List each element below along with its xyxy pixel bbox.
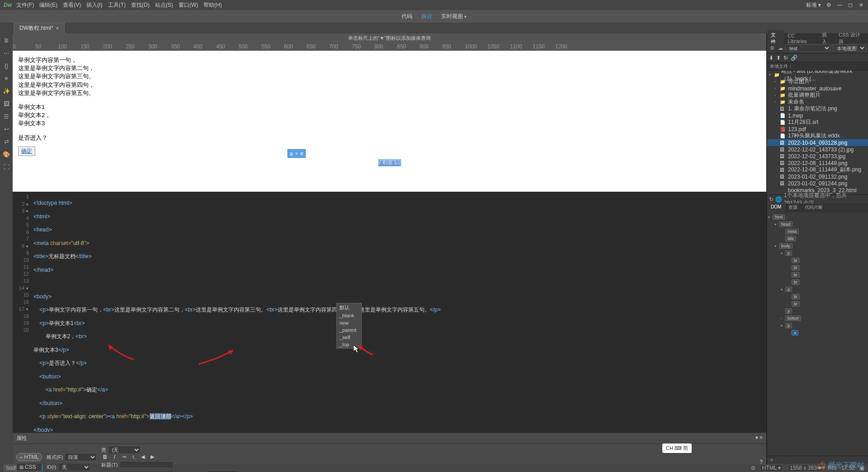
tool-wrap-icon[interactable]: ↩ [3, 126, 10, 133]
dom-tree-row[interactable]: meta [768, 228, 867, 235]
view-code[interactable]: 代码 [401, 13, 412, 20]
ol-button[interactable]: ⒈ [130, 454, 137, 461]
bold-button[interactable]: B [101, 454, 108, 461]
dom-tree-row[interactable]: ▾p [768, 250, 867, 257]
code-content[interactable]: <!doctype html> <html> <head> <meta char… [32, 192, 766, 432]
file-tab[interactable]: DW教程.html* × [14, 23, 65, 33]
dom-tree-row[interactable]: ▾html [768, 213, 867, 221]
view-live[interactable]: 实时视图 [441, 13, 467, 20]
dom-tree-row[interactable]: br [768, 271, 867, 278]
sync-icon[interactable]: ⚙ [769, 45, 775, 52]
tool-img-icon[interactable]: 🖼 [3, 100, 10, 108]
menu-tools[interactable]: 工具(T) [108, 1, 126, 9]
menu-find[interactable]: 查找(D) [131, 1, 150, 9]
file-tree-row[interactable]: 🖼2022-12-08_111449_副本.png [767, 166, 868, 173]
target-option-self[interactable]: _self [337, 334, 361, 341]
ime-indicator[interactable]: CH ⌨ 简 [662, 444, 692, 453]
file-tree-row[interactable]: ›📁mindmaster_autosave [767, 85, 868, 92]
tool-indent-icon[interactable]: ≡ [3, 75, 10, 82]
globe-icon[interactable]: 🌐 [775, 196, 782, 203]
file-tab-close[interactable]: × [56, 26, 59, 31]
gear-icon[interactable]: ⚙ [826, 2, 832, 8]
preview-button[interactable]: 确定 [18, 146, 35, 156]
format-select[interactable]: 段落 [64, 453, 97, 461]
help-icon[interactable]: ? [760, 459, 763, 465]
back-to-top-link[interactable]: 返回顶部 [379, 160, 401, 166]
file-tree-row[interactable]: 🖼2022-12-08_111449.png [767, 160, 868, 166]
menu-file[interactable]: 文件(F) [16, 1, 34, 9]
dom-tree-row[interactable]: br [768, 293, 867, 300]
tool-swap-icon[interactable]: ⇄ [3, 138, 10, 146]
tool-wand-icon[interactable]: ✨ [3, 88, 10, 95]
view-dropdown[interactable]: 本地视图 [833, 44, 866, 52]
dom-tree-row[interactable]: ▾p [768, 322, 867, 329]
file-tree-row[interactable]: 🖼2023-01-02_091132.png [767, 173, 868, 180]
html-mode-button[interactable]: ‹› HTML [16, 453, 42, 461]
site-dropdown[interactable]: test [785, 44, 831, 52]
menu-window[interactable]: 窗口(W) [179, 1, 198, 9]
target-option-parent[interactable]: _parent [337, 326, 361, 334]
refresh-icon[interactable]: ↻ [783, 55, 788, 61]
dom-tree-row[interactable]: ▾body [768, 242, 867, 250]
file-tree-row[interactable]: 📄1.mep [767, 112, 868, 119]
badge-menu-icon[interactable]: ≡ [300, 151, 303, 157]
badge-plus-icon[interactable]: ＋ [294, 150, 299, 157]
live-preview[interactable]: 举例文字内容第一句， 这里是举例文字内容第二句， 这里是举例文字内容第三句。 这… [13, 51, 766, 192]
title-input[interactable] [119, 461, 174, 468]
dom-tree-row[interactable]: ▾p [768, 286, 867, 293]
file-tree-row[interactable]: 🖼2023-01-02_091244.png [767, 180, 868, 187]
dom-tree-row[interactable]: a [768, 329, 867, 336]
target-select[interactable] [206, 470, 239, 472]
file-tree[interactable]: ▾📁站点 - test (D:\tools\桌面\work（2）\work (.… [767, 71, 868, 194]
dom-tree-row[interactable]: p [768, 307, 867, 315]
dom-add-button[interactable]: ＋ [769, 456, 774, 464]
tool-code-icon[interactable]: {} [3, 62, 10, 70]
css-mode-button[interactable]: ⊞ CSS [16, 463, 42, 471]
link-icon[interactable]: 🔗 [791, 55, 797, 61]
target-option-blank[interactable]: _blank [337, 312, 361, 319]
local-files-tab[interactable]: 本地文件 ↑ [767, 62, 868, 71]
target-option-new[interactable]: new [337, 319, 361, 326]
file-tree-row[interactable]: 🖼2022-12-02_143733 (2).jpg [767, 146, 868, 153]
selection-badge[interactable]: a＋≡ [288, 149, 306, 158]
tool-color-icon[interactable]: 🎨 [3, 151, 10, 158]
dom-tree-row[interactable]: br [768, 278, 867, 286]
target-option-top[interactable]: _top [337, 341, 361, 348]
dom-tree-row[interactable]: br [768, 300, 867, 307]
tab-assets[interactable]: 资源 [785, 203, 801, 212]
dom-tree-row[interactable]: title [768, 235, 867, 242]
code-editor[interactable]: 12▼3▼45678▼91011121314▼151617▼181920 <!d… [13, 192, 766, 432]
minimize-icon[interactable]: — [836, 2, 843, 8]
dom-tree-row[interactable]: br [768, 264, 867, 271]
file-tree-row[interactable]: ▾📁站点 - test (D:\tools\桌面\work（2）\work (.… [767, 71, 868, 78]
file-tree-row[interactable]: 📄17种头脑风暴法.eddx [767, 132, 868, 139]
dom-tree-row[interactable]: br [768, 257, 867, 264]
layout-dropdown[interactable]: 标准 ▾ [806, 1, 821, 9]
menu-edit[interactable]: 编辑(E) [39, 1, 57, 9]
menu-site[interactable]: 站点(S) [155, 1, 173, 9]
dom-tree-row[interactable]: ›button [768, 315, 867, 322]
tool-expand-icon[interactable]: ⛶ [3, 164, 10, 171]
indent-button[interactable]: ▶ [149, 454, 156, 461]
menu-view[interactable]: 查看(V) [63, 1, 81, 9]
tool-list-icon[interactable]: ☰ [3, 113, 10, 120]
menu-insert[interactable]: 插入(I) [86, 1, 102, 9]
file-tree-row[interactable]: 🖼2022-12-02_143733.jpg [767, 153, 868, 160]
properties-close-icon[interactable]: × [760, 434, 763, 441]
file-tree-row[interactable]: 🖼1. 康奈尔笔记法.png [767, 105, 868, 112]
class-select[interactable]: (无 [108, 446, 141, 454]
outdent-button[interactable]: ◀ [139, 454, 146, 461]
file-tree-row[interactable]: 📕123.pdf [767, 126, 868, 132]
ruler[interactable]: 0501001502002503003504004505005506006507… [13, 42, 766, 51]
cloud-icon[interactable]: ☁ [777, 45, 783, 52]
properties-collapse-icon[interactable]: ▾ [755, 434, 758, 441]
file-tree-row[interactable]: ›📁批量调整图片 [767, 92, 868, 99]
tab-dom[interactable]: DOM [767, 203, 785, 212]
tool-file-icon[interactable]: 🗎 [3, 37, 10, 44]
menu-help[interactable]: 帮助(H) [203, 1, 222, 9]
view-split[interactable]: 拆分 [421, 13, 432, 20]
ul-button[interactable]: ≔ [120, 454, 127, 461]
tool-dotdot-icon[interactable]: ⋯ [3, 50, 10, 57]
italic-button[interactable]: I [111, 454, 118, 461]
id-select[interactable]: 无 [58, 463, 90, 471]
